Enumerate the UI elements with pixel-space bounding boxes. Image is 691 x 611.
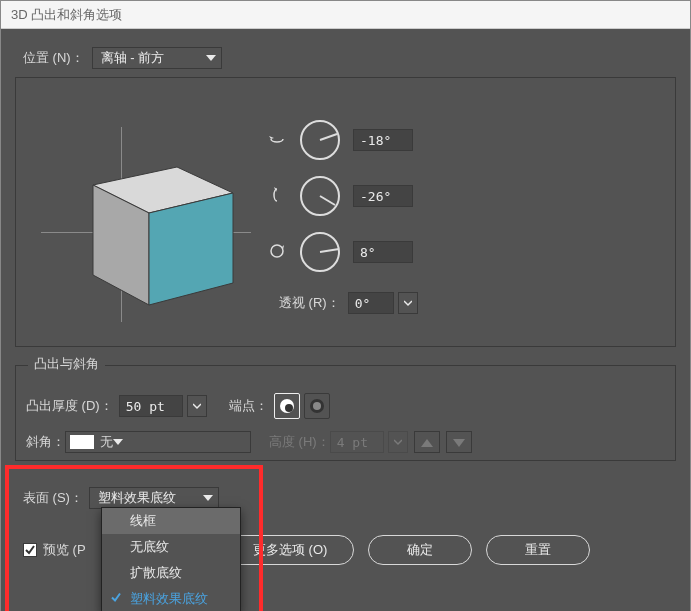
surface-option-plastic[interactable]: 塑料效果底纹: [102, 586, 240, 611]
bevel-height-input: 4 pt: [330, 431, 384, 453]
titlebar: 3D 凸出和斜角选项: [1, 1, 690, 29]
surface-option-diffuse[interactable]: 扩散底纹: [102, 560, 240, 586]
bevel-out-icon: [446, 431, 472, 453]
position-row: 位置 (N)： 离轴 - 前方: [1, 29, 690, 69]
surface-value: 塑料效果底纹: [98, 489, 176, 507]
dialog-client: 位置 (N)： 离轴 - 前方: [1, 29, 690, 611]
svg-line-6: [320, 196, 335, 205]
surface-dropdown: 线框 无底纹 扩散底纹 塑料效果底纹: [101, 507, 241, 611]
extrude-depth-row: 凸出厚度 (D)： 50 pt 端点：: [26, 393, 665, 419]
svg-point-13: [313, 402, 321, 410]
chevron-down-icon: [206, 55, 216, 61]
angle-controls: -18° -26° 8°: [265, 119, 413, 287]
rotate-z-icon: [265, 242, 289, 263]
cap-solid-icon[interactable]: [274, 393, 300, 419]
surface-label: 表面 (S)：: [23, 489, 83, 507]
more-options-button[interactable]: 更多选项 (O): [226, 535, 354, 565]
perspective-input[interactable]: 0°: [348, 292, 394, 314]
group-extrude-bevel: 凸出与斜角 凸出厚度 (D)： 50 pt 端点： 斜角：: [15, 365, 676, 461]
extrude-depth-label: 凸出厚度 (D)：: [26, 397, 113, 415]
cube-icon: [41, 127, 251, 337]
cap-label: 端点：: [229, 397, 268, 415]
position-select[interactable]: 离轴 - 前方: [92, 47, 222, 69]
preview-3d-cube[interactable]: [41, 127, 251, 337]
surface-row: 表面 (S)： 塑料效果底纹: [23, 487, 219, 509]
chevron-down-icon: [113, 439, 123, 445]
rotate-x-icon: [265, 130, 289, 151]
perspective-row: 透视 (R)： 0°: [279, 292, 418, 314]
bevel-value: 无: [100, 433, 113, 451]
bevel-label: 斜角：: [26, 433, 65, 451]
angle-z-dial[interactable]: [299, 231, 341, 273]
svg-line-9: [320, 249, 339, 252]
extrude-depth-stepper[interactable]: [187, 395, 207, 417]
angle-y-row: -26°: [265, 175, 413, 217]
group-extrude-title: 凸出与斜角: [28, 355, 105, 373]
preview-checkbox[interactable]: [23, 543, 37, 557]
surface-option-wireframe[interactable]: 线框: [102, 508, 240, 534]
position-label: 位置 (N)：: [23, 49, 84, 67]
position-value: 离轴 - 前方: [101, 49, 165, 67]
angle-y-dial[interactable]: [299, 175, 341, 217]
svg-marker-2: [149, 193, 233, 305]
bevel-in-icon: [414, 431, 440, 453]
surface-option-none[interactable]: 无底纹: [102, 534, 240, 560]
ok-button[interactable]: 确定: [368, 535, 472, 565]
chevron-down-icon: [203, 495, 213, 501]
svg-line-4: [320, 134, 337, 140]
check-icon: [110, 592, 122, 607]
angle-x-input[interactable]: -18°: [353, 129, 413, 151]
bevel-select[interactable]: 无: [65, 431, 251, 453]
reset-button[interactable]: 重置: [486, 535, 590, 565]
bevel-row: 斜角： 无 高度 (H)： 4 pt: [26, 431, 665, 453]
bevel-height-label: 高度 (H)：: [269, 433, 330, 451]
surface-select[interactable]: 塑料效果底纹: [89, 487, 219, 509]
perspective-label: 透视 (R)：: [279, 294, 340, 312]
angle-x-dial[interactable]: [299, 119, 341, 161]
cap-hollow-icon[interactable]: [304, 393, 330, 419]
svg-point-11: [285, 404, 293, 412]
rotate-y-icon: [265, 186, 289, 207]
svg-point-7: [271, 245, 283, 257]
window-title: 3D 凸出和斜角选项: [11, 7, 122, 22]
angle-z-input[interactable]: 8°: [353, 241, 413, 263]
perspective-stepper[interactable]: [398, 292, 418, 314]
preview-label: 预览 (P: [43, 541, 86, 559]
dialog-3d-extrude-bevel: 3D 凸出和斜角选项 位置 (N)： 离轴 - 前方: [0, 0, 691, 611]
angle-z-row: 8°: [265, 231, 413, 273]
extrude-depth-input[interactable]: 50 pt: [119, 395, 183, 417]
bevel-height-stepper: [388, 431, 408, 453]
bevel-swatch-icon: [70, 435, 94, 449]
angle-x-row: -18°: [265, 119, 413, 161]
angle-y-input[interactable]: -26°: [353, 185, 413, 207]
